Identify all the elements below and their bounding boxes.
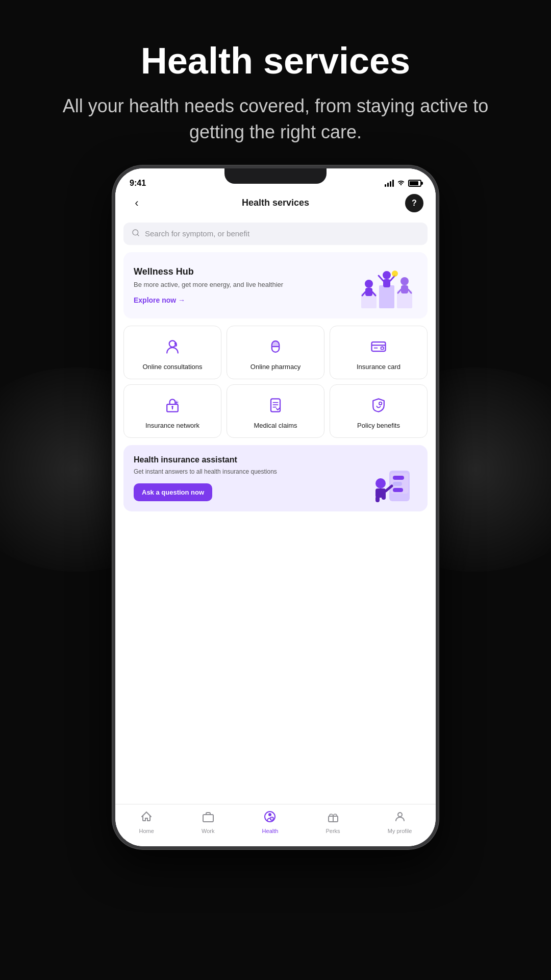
svg-rect-21 xyxy=(272,341,279,347)
help-icon: ? xyxy=(412,199,417,208)
svg-point-4 xyxy=(365,280,373,288)
service-card-pharmacy[interactable]: Online pharmacy xyxy=(227,326,324,379)
assistant-title: Health insurance assistant xyxy=(134,455,366,464)
nav-item-work[interactable]: Work xyxy=(193,808,222,836)
pharmacy-label: Online pharmacy xyxy=(251,363,300,372)
home-icon xyxy=(140,811,153,826)
page-header: Health services All your health needs co… xyxy=(0,0,551,165)
service-card-medical-claims[interactable]: Medical claims xyxy=(227,384,324,438)
phone-screen: 9:41 ‹ Health services xyxy=(115,168,436,846)
policy-benefits-label: Policy benefits xyxy=(357,422,400,430)
svg-rect-14 xyxy=(401,285,408,293)
svg-rect-46 xyxy=(375,496,380,502)
page-title: Health services xyxy=(41,41,510,81)
explore-link-text: Explore now → xyxy=(134,296,185,304)
svg-point-29 xyxy=(171,406,173,408)
battery-icon xyxy=(408,180,421,187)
service-card-policy-benefits[interactable]: Policy benefits xyxy=(330,384,428,438)
consultations-label: Online consultations xyxy=(142,363,202,372)
svg-point-37 xyxy=(379,402,382,405)
page-subtitle: All your health needs covered, from stay… xyxy=(41,93,510,145)
perks-nav-label: Perks xyxy=(325,828,340,834)
policy-benefits-icon xyxy=(367,394,390,416)
insurance-card-icon xyxy=(367,335,390,358)
scroll-area: Search for symptom, or benefit Wellness … xyxy=(115,218,436,804)
work-icon xyxy=(202,811,214,826)
wellness-desc: Be more active, get more energy, and liv… xyxy=(134,280,356,289)
app-header-title: Health services xyxy=(242,198,309,208)
nav-item-health[interactable]: Health xyxy=(254,808,287,836)
svg-point-51 xyxy=(268,813,271,816)
svg-rect-9 xyxy=(383,279,390,287)
help-button[interactable]: ? xyxy=(405,194,423,212)
svg-rect-43 xyxy=(393,488,403,492)
svg-rect-47 xyxy=(382,494,386,500)
svg-rect-22 xyxy=(372,342,386,351)
wellness-illustration xyxy=(356,262,417,308)
wellness-content: Wellness Hub Be more active, get more en… xyxy=(134,266,356,304)
medical-claims-label: Medical claims xyxy=(254,422,297,430)
service-card-consultations[interactable]: Online consultations xyxy=(123,326,221,379)
insurance-card-label: Insurance card xyxy=(357,363,400,372)
work-nav-label: Work xyxy=(202,828,214,834)
assistant-desc: Get instant answers to all health insura… xyxy=(134,468,366,476)
home-nav-label: Home xyxy=(139,828,154,834)
svg-rect-49 xyxy=(203,815,213,822)
svg-point-54 xyxy=(398,813,402,817)
nav-item-profile[interactable]: My profile xyxy=(380,808,420,836)
pharmacy-icon xyxy=(264,335,287,358)
assistant-illustration xyxy=(366,455,417,501)
phone-notch xyxy=(224,168,327,184)
svg-point-18 xyxy=(174,342,177,345)
back-button[interactable]: ‹ xyxy=(128,194,146,212)
profile-nav-label: My profile xyxy=(388,828,412,834)
service-grid: Online consultations Online pharmacy xyxy=(123,326,428,438)
signal-icon xyxy=(385,180,394,187)
nav-item-perks[interactable]: Perks xyxy=(317,808,348,836)
svg-line-10 xyxy=(379,276,383,281)
svg-point-13 xyxy=(400,277,409,285)
service-card-insurance-card[interactable]: Insurance card xyxy=(330,326,428,379)
search-icon xyxy=(132,229,140,239)
nav-item-home[interactable]: Home xyxy=(131,808,162,836)
insurance-network-label: Insurance network xyxy=(145,422,199,430)
ask-button[interactable]: Ask a question now xyxy=(134,483,212,501)
wellness-card[interactable]: Wellness Hub Be more active, get more en… xyxy=(123,252,428,318)
svg-rect-41 xyxy=(393,476,404,480)
svg-rect-42 xyxy=(393,482,402,486)
back-arrow-icon: ‹ xyxy=(135,197,138,210)
status-time: 9:41 xyxy=(130,179,146,188)
bottom-nav: Home Work xyxy=(115,804,436,846)
assistant-card: Health insurance assistant Get instant a… xyxy=(123,445,428,511)
search-bar[interactable]: Search for symptom, or benefit xyxy=(123,223,428,245)
svg-point-44 xyxy=(375,478,386,488)
assistant-content: Health insurance assistant Get instant a… xyxy=(134,455,366,501)
consultations-icon xyxy=(161,335,184,358)
perks-icon xyxy=(327,811,339,826)
svg-point-8 xyxy=(383,271,391,279)
wifi-icon xyxy=(397,179,405,187)
svg-point-12 xyxy=(392,271,398,277)
service-card-insurance-network[interactable]: Insurance network xyxy=(123,384,221,438)
profile-icon xyxy=(394,811,406,826)
svg-rect-25 xyxy=(381,347,384,350)
svg-rect-5 xyxy=(365,288,372,296)
phone-frame: 9:41 ‹ Health services xyxy=(112,165,439,849)
health-nav-label: Health xyxy=(262,828,279,834)
status-icons xyxy=(385,179,421,187)
insurance-network-icon xyxy=(161,394,184,416)
search-placeholder: Search for symptom, or benefit xyxy=(145,229,249,238)
svg-rect-2 xyxy=(379,285,394,308)
health-icon xyxy=(264,811,276,826)
explore-link[interactable]: Explore now → xyxy=(134,296,356,304)
wellness-title: Wellness Hub xyxy=(134,266,356,277)
medical-claims-icon xyxy=(264,394,287,416)
